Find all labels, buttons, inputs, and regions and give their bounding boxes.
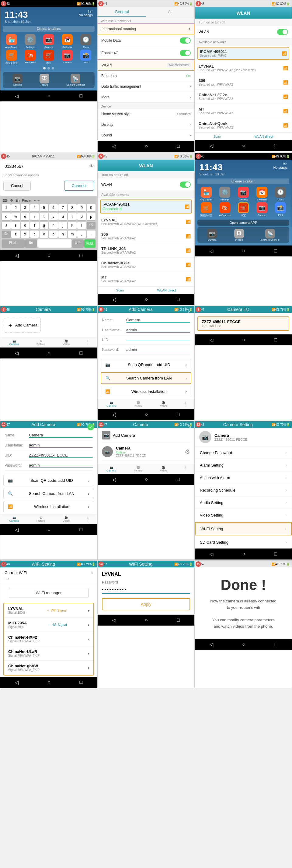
kb-enter[interactable]: ←→: [33, 198, 40, 203]
wlan-lyvnal[interactable]: LYVNAL Secured with WPA/WPA2 (WPS availa…: [195, 61, 292, 75]
wifi-hxf2-13[interactable]: ChinaNet-HXF2 Signal:83% WPA_TKIP ›: [4, 632, 94, 646]
wlan-306[interactable]: 306 Secured with WPA/WPA2 📶: [195, 75, 292, 90]
kb-z[interactable]: z: [11, 230, 20, 238]
app-calendar-6[interactable]: 📅 Calendar: [253, 187, 271, 201]
action-wireless-10[interactable]: 📶 Wireless Installation ›: [3, 501, 94, 512]
connect-button[interactable]: Connect: [64, 181, 94, 191]
wlan-selected-network[interactable]: IPCAM-495011 Secured with WPA2 📶: [197, 47, 289, 60]
show-pwd-btn[interactable]: 👁: [89, 163, 94, 169]
app-icon-aliexpress[interactable]: 🛍 AliExpress: [21, 50, 39, 65]
dock-picture[interactable]: 🖼 Picture: [40, 74, 49, 86]
kb-6[interactable]: 6: [49, 204, 58, 211]
wlan-toggle-5[interactable]: [180, 182, 191, 188]
dock-connect-6[interactable]: 📡 Camera Connect: [261, 229, 279, 241]
4g-toggle[interactable]: [180, 50, 191, 56]
wlan-toggle-row[interactable]: WLAN: [195, 26, 292, 38]
app-clock-6[interactable]: 🕐 Clock: [272, 187, 289, 201]
uid-value[interactable]: [126, 340, 190, 340]
wlan-toggle[interactable]: [277, 29, 288, 35]
nav-recent-3[interactable]: □: [275, 143, 278, 148]
action-search-lan-10[interactable]: 🔍 Search Camera from LAN ›: [3, 488, 94, 499]
edit-btn-11[interactable]: ✎: [187, 424, 191, 429]
kb-lang[interactable]: En: [15, 198, 20, 203]
tab-pic-11[interactable]: 🖼 Picture: [134, 466, 142, 472]
wifi-manager-button[interactable]: Wi-Fi manager: [9, 588, 88, 598]
nav-home-13[interactable]: ○: [47, 680, 50, 685]
setting-action-alarm[interactable]: Action with Alarm ›: [195, 471, 292, 484]
uid-value-10[interactable]: ZZZZ-495011-FECCE: [29, 453, 93, 458]
app-taobao2-6[interactable]: 🛒 淘宝: [234, 202, 252, 217]
tab-camera-10[interactable]: 📷 Camera: [9, 516, 19, 522]
nav-recent-15[interactable]: □: [275, 642, 278, 647]
kb-a[interactable]: a: [2, 222, 11, 229]
password-value-10[interactable]: admin: [29, 463, 93, 468]
nav-back-5[interactable]: ◁: [112, 297, 116, 303]
nav-recent-10[interactable]: □: [80, 527, 83, 532]
wlan-toggle-row-5[interactable]: WLAN: [98, 179, 194, 191]
tab-camera-11[interactable]: 📷 Camera: [106, 466, 116, 472]
camera-item-11[interactable]: 📷 Camera Online ZZZZ-495011-FECCE ⚙: [102, 443, 190, 461]
app-icon-calendar[interactable]: 📅 Calendar: [59, 34, 76, 49]
dock-camera[interactable]: 📷 Camera: [12, 74, 22, 86]
app-camera-6[interactable]: 📷 Camera: [234, 187, 252, 201]
settings-item-more[interactable]: More ›: [98, 92, 194, 103]
settings-item-data-mgmt[interactable]: Data traffic management ›: [98, 81, 194, 92]
nav-back-10[interactable]: ◁: [15, 527, 19, 533]
kb-l[interactable]: l: [77, 222, 86, 229]
open-camera-badge[interactable]: Open camera APP: [197, 220, 289, 226]
nav-recent-12[interactable]: □: [275, 551, 278, 557]
wlan-direct-5[interactable]: WLAN direct: [157, 288, 176, 292]
kb-7[interactable]: 7: [59, 204, 67, 211]
kb-1[interactable]: 1: [2, 204, 11, 211]
kb-h[interactable]: h: [49, 222, 58, 229]
wifi-ular-13[interactable]: ChinaNet-ULaR Signal:78% WPA_TKIP ›: [4, 646, 94, 660]
setting-alarm[interactable]: Alarm Setting ›: [195, 459, 292, 471]
kb-settings[interactable]: ⚙: [10, 198, 13, 203]
settings-item-mobile-data[interactable]: Mobile Data: [98, 34, 194, 47]
tab-video-7[interactable]: 🎥 Video: [63, 340, 70, 346]
wlan5-chinanet[interactable]: ChinaNet-3G2e Secured with WPA/WPA2 📶: [98, 258, 194, 272]
add-camera-btn-11[interactable]: 📷 Add Camera: [102, 431, 135, 439]
kb-p[interactable]: p: [87, 213, 96, 220]
app-ps-6[interactable]: 📸 P&S: [272, 202, 289, 217]
app-icon-camera2[interactable]: 📷 Camera: [59, 50, 76, 65]
kb-en2[interactable]: En: [25, 239, 37, 248]
dock-connect[interactable]: 📡 Camera Connect: [66, 74, 84, 86]
nav-home-3[interactable]: ○: [242, 143, 245, 148]
kb-u[interactable]: u: [59, 213, 67, 220]
kb-symbol[interactable]: 符号: [72, 239, 84, 248]
nav-back-14[interactable]: ◁: [112, 617, 116, 623]
wifi-pwd-input[interactable]: [102, 587, 190, 592]
kb-k[interactable]: k: [68, 222, 77, 229]
wlan-direct-btn[interactable]: WLAN direct: [254, 135, 273, 138]
app-icon-appcenter[interactable]: 🏪 App Center: [3, 34, 20, 49]
tab-info-10[interactable]: ℹ i: [87, 516, 88, 522]
nav-recent-9[interactable]: □: [275, 337, 278, 343]
nav-home-8[interactable]: ○: [145, 412, 148, 417]
wlan-chinanet3g2e[interactable]: ChinaNet-3G2e Secured with WPA/WPA2 📶: [195, 90, 292, 104]
album-chooser-6[interactable]: Choose an album: [197, 179, 289, 184]
kb-v[interactable]: v: [40, 230, 48, 238]
kb-en[interactable]: En: [2, 230, 11, 238]
tab-picture-7[interactable]: 🖼 Picture: [36, 340, 45, 346]
app-aliexpress-6[interactable]: 🛍 AliExpress: [216, 202, 233, 217]
app-camera2-6[interactable]: 📷 Camera: [253, 202, 271, 217]
settings-item-bluetooth[interactable]: Bluetooth On: [98, 71, 194, 81]
wlan5-tplink[interactable]: TP-LINK_308 Secured with WPA/WPA2 📶: [98, 243, 194, 258]
nav-home-4[interactable]: ○: [47, 253, 50, 258]
app-settings-6[interactable]: ⚙️ Settings: [216, 187, 233, 201]
nav-recent-7[interactable]: □: [80, 350, 83, 356]
settings-item-4g[interactable]: Enable 4G: [98, 47, 194, 59]
kb-4[interactable]: 4: [30, 204, 39, 211]
app-taobao-6[interactable]: 🛒 淘宝支付宝: [197, 202, 215, 217]
kb-m[interactable]: m: [68, 230, 77, 238]
tab-camera-7[interactable]: 📷 Camera: [9, 340, 19, 346]
app-icon-clock[interactable]: 🕐 Clock: [77, 34, 95, 49]
username-value[interactable]: admin: [126, 328, 190, 333]
nav-back-11[interactable]: ◁: [112, 477, 116, 483]
mobile-data-toggle[interactable]: [180, 37, 191, 43]
kb-done[interactable]: 完成: [84, 239, 96, 248]
camera-list-item-selected[interactable]: ZZZZ-495011-FECCE 192.168.1.88: [197, 316, 289, 331]
kb-layout[interactable]: Pinyin: [22, 198, 31, 203]
tab-video-8[interactable]: 🎥 Video: [160, 401, 167, 407]
